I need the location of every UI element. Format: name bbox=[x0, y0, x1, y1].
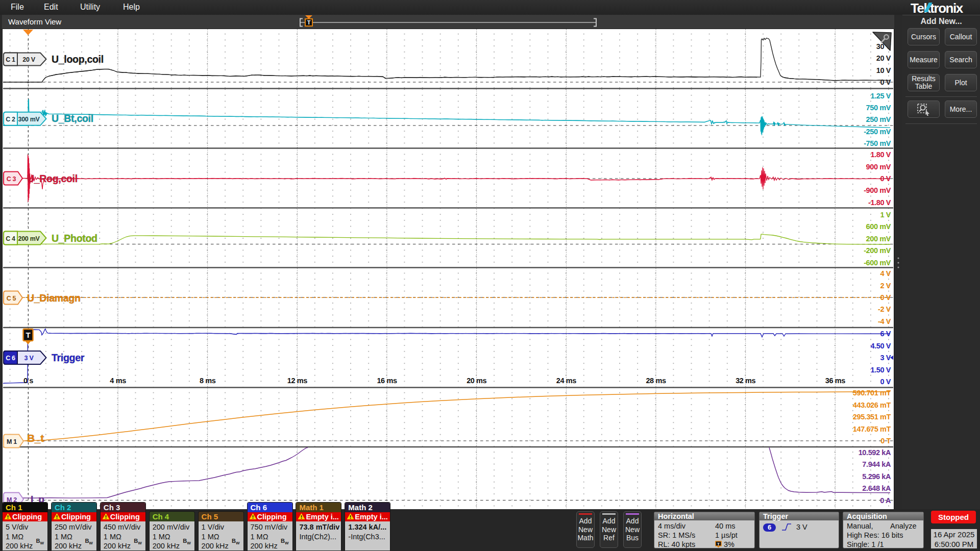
svg-text:20 V: 20 V bbox=[22, 56, 35, 63]
svg-text:0 s: 0 s bbox=[23, 377, 33, 385]
svg-text:U_Bt,coil: U_Bt,coil bbox=[52, 113, 93, 124]
svg-text:C 2: C 2 bbox=[6, 116, 15, 123]
svg-text:0 T: 0 T bbox=[880, 437, 891, 445]
svg-text:1.80 V: 1.80 V bbox=[870, 151, 891, 159]
svg-text:36 ms: 36 ms bbox=[825, 377, 845, 385]
svg-text:24 ms: 24 ms bbox=[556, 377, 576, 385]
svg-text:4.50 V: 4.50 V bbox=[870, 342, 891, 350]
svg-text:900 mV: 900 mV bbox=[866, 163, 891, 171]
svg-text:5.296 kA: 5.296 kA bbox=[862, 472, 891, 481]
svg-text:M 1: M 1 bbox=[7, 438, 17, 445]
svg-text:C 3: C 3 bbox=[7, 176, 16, 183]
svg-text:16 ms: 16 ms bbox=[377, 377, 397, 385]
svg-text:20 ms: 20 ms bbox=[467, 377, 486, 385]
svg-text:C 5: C 5 bbox=[7, 295, 16, 302]
svg-text:C 6: C 6 bbox=[6, 355, 15, 362]
svg-text:2 V: 2 V bbox=[880, 282, 891, 290]
svg-text:4 ms: 4 ms bbox=[110, 377, 126, 385]
svg-text:0 V: 0 V bbox=[880, 174, 891, 183]
svg-text:200 mV: 200 mV bbox=[18, 235, 40, 242]
svg-text:1.50 V: 1.50 V bbox=[870, 366, 891, 374]
svg-text:2.648 kA: 2.648 kA bbox=[862, 484, 891, 492]
svg-text:8 ms: 8 ms bbox=[200, 377, 216, 385]
svg-text:T: T bbox=[307, 19, 311, 26]
svg-text:C 1: C 1 bbox=[6, 56, 15, 63]
svg-text:U_Photod: U_Photod bbox=[52, 233, 97, 244]
svg-text:-250 mV: -250 mV bbox=[864, 128, 891, 136]
svg-text:3 V: 3 V bbox=[24, 355, 34, 362]
svg-text:U_Diamagn: U_Diamagn bbox=[27, 292, 81, 304]
svg-text:300 mV: 300 mV bbox=[18, 116, 40, 123]
svg-text:20 V: 20 V bbox=[876, 54, 891, 62]
svg-text:C 4: C 4 bbox=[6, 235, 15, 242]
svg-text:B_t: B_t bbox=[27, 432, 44, 444]
svg-text:0 A: 0 A bbox=[880, 496, 891, 505]
svg-text:6 V: 6 V bbox=[880, 330, 891, 338]
svg-text:1.25 V: 1.25 V bbox=[870, 92, 891, 100]
svg-text:7.944 kA: 7.944 kA bbox=[862, 460, 891, 468]
svg-text:U_Rog,coil: U_Rog,coil bbox=[27, 173, 78, 184]
svg-text:443.026 mT: 443.026 mT bbox=[853, 401, 891, 409]
svg-text:-750 mV: -750 mV bbox=[864, 139, 891, 147]
svg-text:295.351 mT: 295.351 mT bbox=[853, 413, 891, 421]
svg-text:-2 V: -2 V bbox=[878, 305, 891, 313]
svg-text:-1.80 V: -1.80 V bbox=[868, 198, 891, 207]
svg-text:250 mV: 250 mV bbox=[866, 115, 891, 123]
svg-text:28 ms: 28 ms bbox=[646, 377, 666, 385]
svg-text:U_loop,coil: U_loop,coil bbox=[52, 54, 104, 65]
svg-text:Trigger: Trigger bbox=[52, 352, 85, 363]
svg-text:10.592 kA: 10.592 kA bbox=[859, 448, 891, 457]
svg-text:147.675 mT: 147.675 mT bbox=[853, 425, 891, 433]
svg-text:3 V: 3 V bbox=[880, 354, 891, 362]
svg-text:-4 V: -4 V bbox=[878, 317, 891, 325]
svg-text:T: T bbox=[717, 542, 720, 546]
svg-text:200 mV: 200 mV bbox=[866, 235, 891, 243]
svg-text:0 V: 0 V bbox=[880, 78, 891, 86]
svg-text:-200 mV: -200 mV bbox=[864, 246, 891, 255]
svg-text:12 ms: 12 ms bbox=[287, 377, 307, 385]
svg-text:0 V: 0 V bbox=[880, 378, 891, 386]
svg-text:-900 mV: -900 mV bbox=[864, 186, 891, 194]
svg-text:750 mV: 750 mV bbox=[866, 104, 891, 112]
svg-text:10 V: 10 V bbox=[876, 66, 891, 74]
svg-text:590.701 mT: 590.701 mT bbox=[853, 389, 891, 397]
svg-text:0 V: 0 V bbox=[880, 293, 891, 302]
svg-text:-600 mV: -600 mV bbox=[864, 259, 891, 267]
svg-text:600 mV: 600 mV bbox=[866, 222, 891, 231]
svg-text:1 V: 1 V bbox=[880, 211, 891, 219]
svg-text:4 V: 4 V bbox=[880, 269, 891, 278]
svg-text:32 ms: 32 ms bbox=[736, 377, 755, 385]
svg-text:T: T bbox=[26, 331, 30, 339]
